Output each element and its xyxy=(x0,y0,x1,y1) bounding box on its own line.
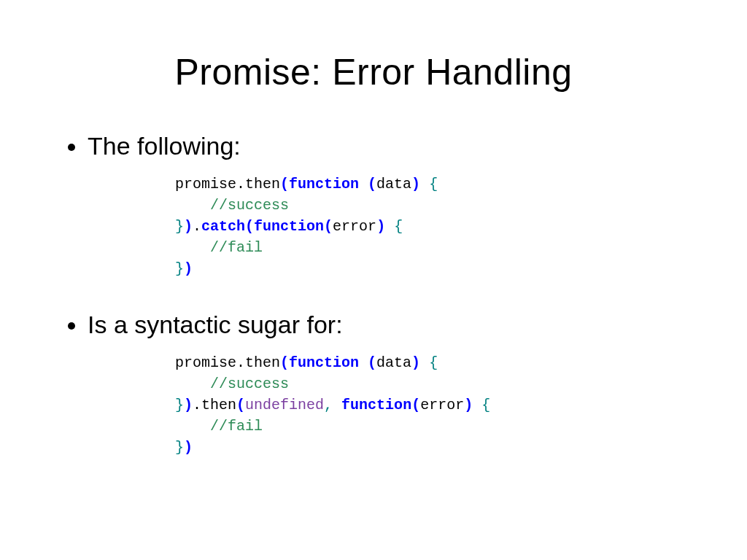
bullet-2: Is a syntactic sugar for: xyxy=(88,308,689,341)
code-text: ) xyxy=(411,354,420,371)
code-text: { xyxy=(420,176,438,192)
code-text: } xyxy=(175,218,184,235)
code-text: ( xyxy=(280,354,289,371)
code-text: { xyxy=(473,397,490,413)
bullet-1: The following: xyxy=(88,130,689,162)
code-text: error xyxy=(333,218,376,235)
code-text: } xyxy=(175,260,184,277)
code-text: function xyxy=(289,176,368,192)
slide-title: Promise: Error Handling xyxy=(58,51,689,93)
code-text: ) xyxy=(184,218,193,235)
code-text: . xyxy=(193,218,201,235)
code-text: } xyxy=(175,439,184,456)
code-text: .then xyxy=(193,397,236,413)
code-text: ) xyxy=(411,176,420,192)
code-text: ( xyxy=(324,218,333,235)
code-text: ( xyxy=(245,218,254,235)
code-text: , xyxy=(324,397,333,413)
code-text: undefined xyxy=(245,397,324,413)
code-text: ( xyxy=(411,397,420,413)
code-text: ( xyxy=(280,176,289,192)
bullet-list: The following: xyxy=(58,130,689,162)
code-text: { xyxy=(420,354,438,371)
code-text: promise.then xyxy=(175,176,280,192)
code-text: ) xyxy=(464,397,473,413)
code-text: ( xyxy=(368,354,376,371)
code-text: ( xyxy=(368,176,376,192)
code-text: error xyxy=(420,397,464,413)
code-text: ) xyxy=(184,260,193,277)
code-text: function xyxy=(289,354,368,371)
code-text: promise.then xyxy=(175,354,280,371)
code-text: ) xyxy=(184,439,193,456)
code-text: //success xyxy=(175,376,289,392)
bullet-list-2: Is a syntactic sugar for: xyxy=(58,308,689,341)
code-text: function xyxy=(254,218,324,235)
code-block-2: promise.then(function (data) { //success… xyxy=(175,352,689,458)
code-text: catch xyxy=(201,218,245,235)
code-text: //success xyxy=(175,197,289,214)
code-text: ) xyxy=(184,397,193,413)
code-text: { xyxy=(385,218,403,235)
code-text: function xyxy=(333,397,411,413)
code-text: data xyxy=(376,354,411,371)
code-text: } xyxy=(175,397,184,413)
code-text: ) xyxy=(376,218,385,235)
code-text: data xyxy=(376,176,411,192)
slide: Promise: Error Handling The following: p… xyxy=(0,0,747,560)
code-text: ( xyxy=(236,397,245,413)
code-block-1: promise.then(function (data) { //success… xyxy=(175,174,689,279)
code-text: //fail xyxy=(175,239,263,256)
code-text: //fail xyxy=(175,418,263,435)
